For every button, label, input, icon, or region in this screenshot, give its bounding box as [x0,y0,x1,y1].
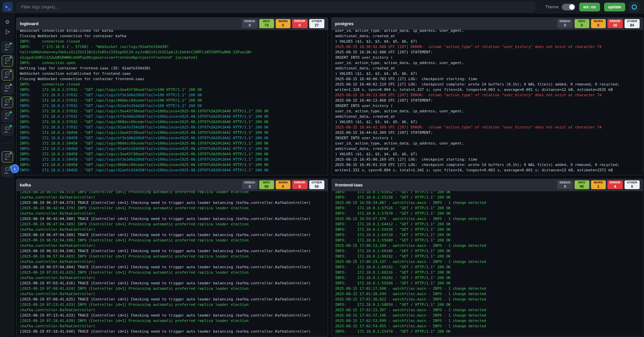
badge-count: 73 [264,23,268,27]
badge-label: ERROR [294,20,305,23]
panel-header-postgres[interactable]: postgresDEBUG0INFO0WARN0ERROR16OTHER84 [332,18,643,30]
log-line: 2025-08-15 16:44:42.309 UTC [207] STATEM… [335,130,640,135]
log-line: INFO: 172.18.0.1:58458 - "GET /api/logs/… [20,162,324,168]
log-line: 2025-08-15 17:02:53,699 - watchfiles.mai… [335,318,640,324]
badge-info[interactable]: INFO50 [259,180,274,189]
badge-count: 0 [581,23,583,27]
filter-logs-input[interactable] [17,2,535,12]
websocket-toggle-button[interactable]: ws: on [579,3,600,11]
log-line: write=1.332 s, sync=0.004 s, total=1.342… [335,168,640,173]
badge-count: 95 [580,184,584,189]
logout-button[interactable] [3,27,12,36]
badge-warn[interactable]: WARN0 [591,19,606,28]
log-line: INFO: 172.18.0.1:60192 - "GET / HTTP/1.1… [335,265,640,270]
sidebar-item-zo-6[interactable]: zo… [2,124,13,135]
badge-debug[interactable]: DEBUG0 [242,19,257,28]
log-line: [2025-08-19 06:47:04,589] TRACE [Control… [20,232,324,238]
panel-header-frontend-iaas[interactable]: frontend-iaasDEBUG0INFO95WARN1ERROR4OTHE… [332,179,643,191]
panel-header-kafka[interactable]: kafkaDEBUG0INFO50WARN0ERROR0OTHER50 [16,179,328,191]
log-line: INFO: 172.18.0.1:60728 - "GET / HTTP/1.1… [335,232,640,238]
sidebar-item-ka-3[interactable]: ka… [2,83,13,94]
badge-error[interactable]: ERROR4 [607,180,623,189]
log-line: (kafka.controller.KafkaController) [20,324,324,329]
status-ring-icon [632,4,637,10]
badge-warn[interactable]: WARN0 [276,180,290,189]
log-line: INFO: 172.18.0.1:58458 - "GET /api/logs/… [20,130,324,135]
badge-debug[interactable]: DEBUG0 [557,19,573,28]
log-line: [2025-08-19 06:47:04,589] INFO [Controll… [20,222,324,227]
sidebar-item-fr-1[interactable]: fr… [2,55,13,67]
badge-other[interactable]: OTHER27 [309,19,324,28]
log-line: 2025-08-15 17:02:54,055 - watchfiles.mai… [335,324,640,329]
log-output-postgres[interactable]: user_id, action_type, action_data, ip_ad… [332,30,643,175]
log-line: [2025-08-19 07:08:41,624] INFO [Controll… [20,286,324,291]
log-output-logboard[interactable]: WebSocket connection established for kaf… [16,30,328,175]
badge-info[interactable]: INFO0 [575,19,589,28]
badge-warn[interactable]: WARN0 [276,19,290,28]
badge-label: INFO [263,20,270,23]
badge-other[interactable]: OTHER0 [625,180,640,189]
log-line: [2025-08-19 06:42:04,580] TRACE [Control… [20,216,324,222]
badge-debug[interactable]: DEBUG0 [242,180,257,189]
log-line: Closing WebSocket connection for contain… [20,76,324,82]
log-line: INFO: 172.18.0.1:57526 - "GET / HTTP/1.1… [335,206,640,211]
badge-label: INFO [578,181,586,184]
log-line: (kafka.controller.KafkaController) [20,195,324,200]
badge-info[interactable]: INFO95 [575,180,589,189]
badge-count: 0 [597,23,599,27]
log-line: INFO: 172.18.0.1:63952 - "GET / HTTP/1.1… [335,191,640,195]
container-icon [5,58,9,61]
badge-other[interactable]: OTHER84 [625,19,640,28]
settings-button[interactable]: ⚙ [3,17,12,26]
badge-other[interactable]: OTHER50 [309,180,324,189]
log-line: INFO: 172.18.0.1:59292 - "GET / HTTP/1.1… [335,275,640,281]
log-line: [2025-08-19 07:13:41,633] INFO [Controll… [20,302,324,307]
theme-toggle[interactable] [562,4,575,10]
container-icon [5,154,9,157]
status-ring-button[interactable] [629,2,639,12]
sidebar-item-lo-7[interactable]: lo… [2,151,13,163]
panel-header-logboard[interactable]: logboardDEBUG0INFO73WARN0ERROR0OTHER27 [16,18,328,30]
sidebar: ⚙ au…fr…ka…ka…po…re…zo…lo…us… [0,14,15,337]
badge-debug[interactable]: DEBUG0 [557,180,573,189]
badge-error[interactable]: ERROR16 [607,19,623,28]
logout-icon [5,29,10,35]
badge-label: OTHER [312,20,322,23]
log-line: INFO: ('172.18.0.1', 57108) - "WebSocket… [20,44,324,50]
badge-label: DEBUG [244,20,255,23]
badge-error[interactable]: ERROR0 [292,19,308,28]
container-icon [5,72,9,75]
container-icon [5,168,9,171]
badge-label: ERROR [610,181,621,184]
log-line: (kafka.controller.KafkaController) [20,227,324,232]
sidebar-item-ka-2[interactable]: ka… [2,69,13,80]
sidebar-item-label: us… [5,171,10,174]
sidebar-item-po-4[interactable]: po… [2,97,13,108]
badge-error[interactable]: ERROR0 [292,180,308,189]
badge-info[interactable]: INFO73 [259,19,274,28]
theme-toggle-knob [569,4,575,10]
badge-count: 0 [299,184,301,189]
log-line: 2025-08-15 16:36:42.688 UTC [207] STATEM… [335,50,640,55]
badge-count: 0 [564,184,566,189]
panel-title: frontend-iaas [335,182,363,187]
badge-count: 0 [564,23,566,27]
update-button[interactable]: update [604,3,625,11]
badge-warn[interactable]: WARN1 [591,180,606,189]
sidebar-item-label: po… [5,103,10,106]
log-line: INFO: 172.18.0.1:57032 - "GET /api/logs/… [20,109,324,114]
sidebar-item-au-0[interactable]: au… [2,42,13,53]
expand-sidebar-button[interactable]: › [10,164,19,173]
log-line: INFO: connection closed [20,39,324,44]
panel-logboard: logboardDEBUG0INFO73WARN0ERROR0OTHER27We… [16,17,328,175]
log-output-kafka[interactable]: [2025-08-19 06:37:04,573] INFO [Controll… [16,191,328,336]
container-icon [5,99,9,102]
badge-count: 1 [597,184,599,189]
theme-label: Theme [545,4,558,9]
log-line: INFO: 172.18.0.1:60186 - "GET / HTTP/1.1… [335,248,640,254]
sidebar-item-re-5[interactable]: re… [2,110,13,122]
log-line: 2025-08-15 17:01:17,508 - watchfiles.mai… [335,286,640,291]
log-line: INFO: 172.18.0.1:57032 - "GET /api/logs/… [20,114,324,119]
log-output-frontend-iaas[interactable]: INFO: 172.18.0.1:63952 - "GET / HTTP/1.1… [332,191,643,336]
sidebar-item-label: fr… [5,62,10,65]
